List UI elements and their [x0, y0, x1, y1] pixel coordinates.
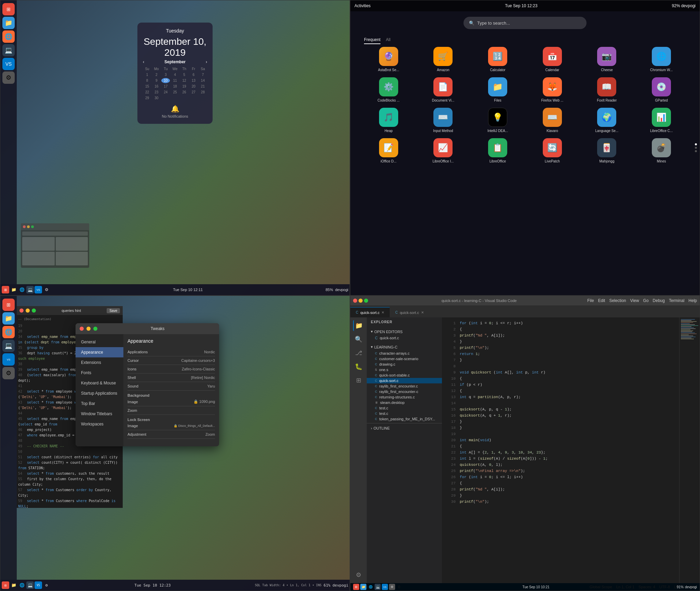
gnome-search-box[interactable]: 🔍 Type to search... — [463, 17, 587, 29]
freq-tab-all[interactable]: All — [386, 37, 390, 44]
sidebar-icon-search[interactable]: 🔍 — [353, 334, 364, 345]
menu-view[interactable]: View — [630, 298, 639, 303]
taskbar-bl-icon2[interactable]: 🌐 — [18, 581, 26, 589]
dock-bl-vscode[interactable]: VS — [2, 353, 15, 366]
workspace-dot-2[interactable] — [695, 147, 697, 149]
explorer-item-12[interactable]: C token_passing_for_ME_in_DSY... — [367, 416, 442, 422]
app-item-14[interactable]: 💡 IntelliJ DEA... — [473, 108, 522, 133]
sidebar-icon-debug[interactable]: 🐛 — [353, 361, 364, 372]
explorer-item-9[interactable]: 🖥 steam.desktop — [367, 400, 442, 405]
taskbar-bl-icon3[interactable]: 💻 — [26, 581, 34, 589]
app-item-21[interactable]: 🔄 LivePatch — [528, 138, 577, 163]
explorer-item-2[interactable]: C drawing.c — [367, 362, 442, 367]
bg-browser-window[interactable] — [21, 223, 89, 268]
explorer-item-11[interactable]: C test.c — [367, 411, 442, 416]
taskbar-activities[interactable]: ⊞ — [2, 286, 9, 293]
taskbar-br-vscode[interactable]: VS — [382, 584, 388, 590]
app-item-23[interactable]: 💣 Mines — [637, 138, 686, 163]
taskbar-bl-activities[interactable]: ⊞ — [2, 581, 9, 589]
tweaks-nav-startup[interactable]: Startup Applications — [76, 388, 123, 398]
app-item-19[interactable]: 📈 LibreOffice I... — [419, 138, 468, 163]
taskbar-bl-icon1[interactable]: 📁 — [10, 581, 17, 589]
workspace-dot-1[interactable] — [695, 143, 697, 145]
tweaks-close-btn[interactable] — [80, 327, 84, 331]
cal-next[interactable]: › — [206, 60, 207, 64]
dock-icon-settings[interactable]: ⚙ — [2, 71, 15, 84]
queries-min-btn[interactable] — [26, 308, 30, 313]
explorer-item-5[interactable]: C quick-sort.c — [367, 378, 442, 383]
taskbar-br-act[interactable]: ⊞ — [353, 584, 359, 590]
tweaks-min-btn[interactable] — [86, 327, 91, 331]
dock-icon-activities[interactable]: ⊞ — [2, 3, 15, 15]
dock-bl-terminal[interactable]: 💻 — [2, 340, 15, 352]
vscode-tab-close-0[interactable]: ✕ — [381, 311, 384, 314]
outline-header[interactable]: › OUTLINE — [367, 425, 442, 432]
explorer-item-10[interactable]: C test.c — [367, 405, 442, 411]
app-item-20[interactable]: 📋 LibreOffice — [473, 138, 522, 163]
tweaks-nav-titlebars[interactable]: Window Titlebars — [76, 409, 123, 419]
menu-go[interactable]: Go — [643, 298, 649, 303]
app-item-2[interactable]: 🔢 Calculator — [473, 47, 522, 72]
explorer-item-1[interactable]: C customer-sale-scenario — [367, 356, 442, 362]
app-item-12[interactable]: 🎵 Heap — [364, 108, 413, 133]
freq-tab-frequent[interactable]: Frequent — [364, 37, 380, 44]
explorer-item-3[interactable]: S one.s — [367, 367, 442, 372]
sidebar-icon-git[interactable]: ⎇ — [353, 347, 364, 358]
dock-bl-activities[interactable]: ⊞ — [2, 299, 15, 311]
taskbar-browser-icon[interactable]: 🌐 — [18, 286, 26, 293]
app-item-15[interactable]: ⌨️ Klavaro — [528, 108, 577, 133]
sidebar-icon-settings[interactable]: ⚙ — [353, 569, 364, 580]
vscode-max-btn[interactable] — [364, 299, 368, 303]
app-item-0[interactable]: 🔮 AstaBrot Se... — [364, 47, 413, 72]
dock-icon-files[interactable]: 📁 — [2, 17, 15, 29]
queries-max-btn[interactable] — [32, 308, 36, 313]
explorer-item-7[interactable]: C raylib_first_encounter-c — [367, 389, 442, 394]
app-item-1[interactable]: 🛒 Amazon — [419, 47, 468, 72]
app-item-9[interactable]: 🦊 Firefox Web ... — [528, 77, 577, 102]
open-editor-file-0[interactable]: C quick-sort.c — [367, 335, 442, 341]
workspace-dot-3[interactable] — [695, 150, 697, 152]
taskbar-br-files[interactable]: 📁 — [360, 584, 366, 590]
vscode-close-btn[interactable] — [353, 299, 357, 303]
dock-bl-browser[interactable]: 🌐 — [2, 326, 15, 338]
app-item-8[interactable]: 📁 Files — [473, 77, 522, 102]
tweaks-nav-extensions[interactable]: Extensions — [76, 357, 123, 368]
queries-save-btn[interactable]: Save — [107, 308, 120, 313]
taskbar-settings-icon[interactable]: ⚙ — [43, 286, 50, 293]
menu-file[interactable]: File — [587, 298, 594, 303]
tweaks-window[interactable]: Tweaks General Appearance Extensions Fon… — [76, 323, 219, 446]
vscode-tab-1[interactable]: C quick-sort.c ✕ — [390, 307, 429, 317]
app-item-18[interactable]: 📝 iOffice D... — [364, 138, 413, 163]
tweaks-nav-fonts[interactable]: Fonts — [76, 368, 123, 378]
menu-terminal[interactable]: Terminal — [669, 298, 684, 303]
tweaks-nav-topbar[interactable]: Top Bar — [76, 398, 123, 409]
tweaks-nav-keyboard-mouse[interactable]: Keyboard & Mouse — [76, 378, 123, 388]
app-item-6[interactable]: ⚙️ CodeBlocks ... — [364, 77, 413, 102]
app-item-13[interactable]: ⌨️ Input Method — [419, 108, 468, 133]
app-item-22[interactable]: 🀄 Mahjongg — [582, 138, 632, 163]
explorer-item-0[interactable]: C character-arrays.c — [367, 351, 442, 356]
cal-prev[interactable]: ‹ — [143, 60, 144, 64]
explorer-item-4[interactable]: C quick-sort-stable.c — [367, 372, 442, 378]
explorer-item-6[interactable]: C raylib_first_encounter.c — [367, 383, 442, 389]
taskbar-vscode-icon-tl[interactable]: VS — [35, 286, 42, 293]
sidebar-icon-explorer[interactable]: 📁 — [353, 320, 364, 331]
tweaks-max-btn[interactable] — [93, 327, 97, 331]
app-item-7[interactable]: 📄 Document Vi... — [419, 77, 468, 102]
dock-bl-files[interactable]: 📁 — [2, 312, 15, 325]
vscode-tab-close-1[interactable]: ✕ — [421, 311, 424, 314]
app-item-5[interactable]: 🌐 Chromium W... — [637, 47, 686, 72]
menu-debug[interactable]: Debug — [653, 298, 665, 303]
menu-help[interactable]: Help — [688, 298, 697, 303]
vscode-tab-0[interactable]: C quick-sort.c ✕ — [350, 307, 390, 317]
taskbar-br-term[interactable]: 💻 — [375, 584, 381, 590]
app-item-4[interactable]: 📷 Cheese — [582, 47, 632, 72]
taskbar-terminal-icon[interactable]: 💻 — [26, 286, 34, 293]
vscode-min-btn[interactable] — [359, 299, 363, 303]
taskbar-files-icon[interactable]: 📁 — [10, 286, 17, 293]
editor-content[interactable]: 1 for (int i = 0; i <= r; i++) 2 { 3 pri… — [442, 317, 679, 583]
tweaks-nav-appearance[interactable]: Appearance — [76, 347, 123, 357]
dock-bl-settings[interactable]: ⚙ — [2, 367, 15, 379]
explorer-item-8[interactable]: C returning-structures.c — [367, 394, 442, 400]
dock-icon-browser[interactable]: 🌐 — [2, 30, 15, 43]
